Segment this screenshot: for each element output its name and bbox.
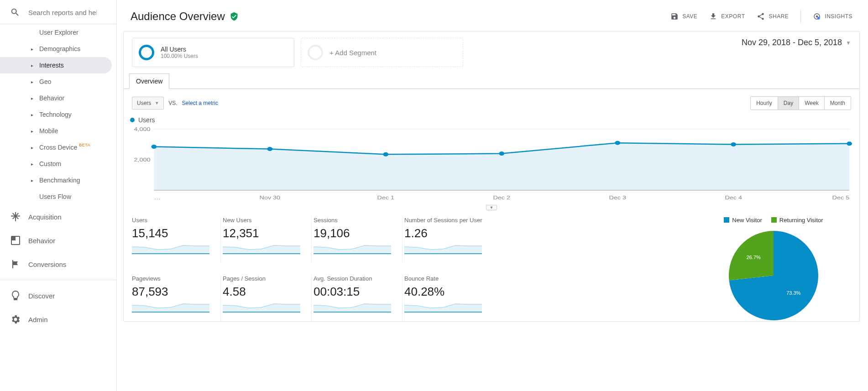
sparkline	[404, 243, 482, 254]
sparkline	[223, 302, 300, 313]
svg-point-13	[615, 141, 620, 145]
discover-icon	[10, 290, 21, 301]
page-title: Audience Overview	[131, 10, 225, 23]
sparkline	[132, 243, 209, 254]
chevron-right-icon: ▸	[27, 79, 37, 84]
segment-circle-icon	[139, 45, 154, 60]
sparkline	[314, 243, 391, 254]
granularity-week[interactable]: Week	[799, 97, 824, 109]
sidebar-item-user-explorer[interactable]: User Explorer	[0, 24, 116, 41]
insights-button[interactable]: INSIGHTS	[813, 12, 852, 21]
svg-point-11	[383, 152, 388, 156]
date-range-picker[interactable]: Nov 29, 2018 - Dec 5, 2018 ▼	[742, 38, 851, 47]
search-input[interactable]	[28, 9, 97, 16]
select-metric-link[interactable]: Select a metric	[182, 100, 218, 106]
sidebar-item-benchmarking[interactable]: ▸Benchmarking	[0, 172, 116, 188]
behavior-icon	[10, 235, 21, 246]
sparkline	[132, 302, 209, 313]
metric-pages-session[interactable]: Pages / Session 4.58	[223, 275, 312, 322]
chevron-right-icon: ▸	[27, 178, 37, 183]
svg-text:Dec 5: Dec 5	[832, 195, 850, 201]
svg-rect-1	[11, 236, 16, 240]
segment-subtitle: 100.00% Users	[161, 53, 198, 59]
tab-overview[interactable]: Overview	[129, 73, 169, 89]
sparkline	[404, 302, 482, 313]
metric-bounce-rate[interactable]: Bounce Rate 40.28%	[404, 275, 493, 322]
users-line-chart: 2,0004,000…Nov 30Dec 1Dec 2Dec 3Dec 4Dec…	[130, 126, 853, 204]
chevron-right-icon: ▸	[27, 129, 37, 134]
export-button[interactable]: EXPORT	[709, 12, 745, 21]
sidebar-item-technology[interactable]: ▸Technology	[0, 106, 116, 123]
granularity-toggle: HourlyDayWeekMonth	[750, 96, 851, 110]
chevron-down-icon: ▼	[155, 101, 159, 105]
search-icon[interactable]	[10, 7, 20, 17]
svg-point-14	[731, 142, 736, 146]
svg-point-10	[267, 147, 272, 151]
chevron-right-icon: ▸	[27, 145, 37, 150]
save-button[interactable]: SAVE	[670, 12, 697, 21]
sidebar-item-behavior[interactable]: ▸Behavior	[0, 90, 116, 106]
sidebar-item-admin[interactable]: Admin	[0, 308, 116, 331]
export-icon	[709, 12, 717, 21]
sidebar-item-geo[interactable]: ▸Geo	[0, 73, 116, 90]
divider	[800, 10, 801, 23]
svg-text:73.3%: 73.3%	[786, 290, 800, 296]
share-button[interactable]: SHARE	[757, 12, 789, 21]
sidebar-item-mobile[interactable]: ▸Mobile	[0, 123, 116, 139]
chevron-right-icon: ▸	[27, 47, 37, 52]
svg-text:…: …	[154, 195, 160, 201]
nav-scroll: User Explorer▸Demographics▸Interests▸Geo…	[0, 24, 116, 391]
chart-collapse-handle[interactable]: ▼	[486, 205, 497, 210]
sidebar-item-demographics[interactable]: ▸Demographics	[0, 41, 116, 57]
svg-text:2,000: 2,000	[134, 157, 151, 163]
metric-avg-session-duration[interactable]: Avg. Session Duration 00:03:15	[314, 275, 403, 322]
verified-shield-icon	[230, 12, 239, 21]
svg-text:Dec 2: Dec 2	[493, 195, 510, 201]
segment-circle-icon	[308, 45, 323, 60]
svg-text:4,000: 4,000	[134, 126, 151, 132]
sparkline	[314, 302, 391, 313]
save-icon	[670, 12, 679, 21]
svg-text:Nov 30: Nov 30	[260, 195, 281, 201]
legend-dot-icon	[130, 118, 135, 122]
add-segment-button[interactable]: + Add Segment	[301, 38, 463, 67]
sidebar-item-users-flow[interactable]: Users Flow	[0, 188, 116, 205]
granularity-hourly[interactable]: Hourly	[751, 97, 778, 109]
segment-all-users[interactable]: All Users 100.00% Users	[132, 38, 294, 67]
svg-point-9	[151, 145, 157, 149]
visitor-pie-chart: 73.3%26.7%	[728, 230, 819, 321]
chevron-right-icon: ▸	[27, 162, 37, 167]
segment-title: All Users	[161, 46, 198, 53]
sidebar-item-cross-device[interactable]: ▸Cross DeviceBETA	[0, 139, 116, 156]
granularity-day[interactable]: Day	[778, 97, 799, 109]
admin-icon	[10, 314, 21, 325]
metric-sessions[interactable]: Sessions 19,106	[314, 217, 403, 263]
vs-label: VS.	[168, 100, 177, 106]
metric-new-users[interactable]: New Users 12,351	[223, 217, 312, 263]
metric-pageviews[interactable]: Pageviews 87,593	[132, 275, 221, 322]
chevron-right-icon: ▸	[27, 63, 37, 68]
sparkline	[223, 243, 300, 254]
sidebar-item-acquisition[interactable]: Acquisition	[0, 205, 116, 229]
svg-point-3	[816, 16, 818, 18]
svg-point-15	[847, 141, 852, 146]
metric-number-of-sessions-per-user[interactable]: Number of Sessions per User 1.26	[404, 217, 493, 263]
svg-text:Dec 4: Dec 4	[725, 195, 742, 201]
sidebar-item-conversions[interactable]: Conversions	[0, 252, 116, 276]
granularity-month[interactable]: Month	[824, 97, 851, 109]
svg-text:Dec 3: Dec 3	[609, 195, 626, 201]
svg-text:26.7%: 26.7%	[747, 255, 761, 260]
chevron-down-icon: ▼	[846, 40, 851, 46]
sidebar-item-custom[interactable]: ▸Custom	[0, 156, 116, 172]
metric-users[interactable]: Users 15,145	[132, 217, 221, 263]
svg-text:Dec 1: Dec 1	[377, 195, 395, 201]
pie-legend: New Visitor Returning Visitor	[696, 217, 851, 224]
insights-icon	[813, 12, 821, 21]
chevron-right-icon: ▸	[27, 112, 37, 117]
sidebar-item-behavior[interactable]: Behavior	[0, 229, 116, 252]
legend-label: Users	[138, 116, 155, 124]
sidebar-item-interests[interactable]: ▸Interests	[0, 57, 112, 73]
sidebar-item-discover[interactable]: Discover	[0, 284, 116, 308]
metric-dropdown[interactable]: Users ▼	[132, 97, 164, 109]
svg-point-4	[817, 17, 820, 20]
